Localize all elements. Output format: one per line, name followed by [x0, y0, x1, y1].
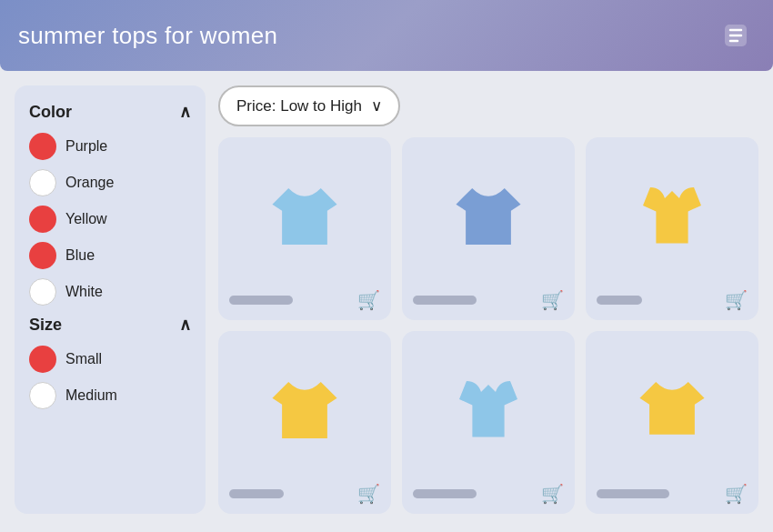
filter-size-medium[interactable]: Medium: [29, 382, 191, 409]
main-layout: Color ∧ Purple Orange Yellow Blue White …: [0, 71, 773, 528]
sidebar: Color ∧ Purple Orange Yellow Blue White …: [15, 85, 206, 514]
cart-icon-4[interactable]: 🛒: [357, 483, 380, 505]
cart-icon-3[interactable]: 🛒: [725, 289, 748, 311]
product-image-3: [597, 150, 748, 282]
size-chevron-up-icon[interactable]: ∧: [179, 315, 191, 335]
purple-label: Purple: [65, 138, 107, 155]
product-grid: 🛒 🛒: [218, 137, 758, 514]
size-filter-section: Size ∧: [29, 315, 191, 335]
filter-color-white[interactable]: White: [29, 278, 191, 306]
color-filter-section: Color ∧: [29, 102, 191, 122]
filter-size-small[interactable]: Small: [29, 346, 191, 373]
cart-icon-6[interactable]: 🛒: [725, 483, 748, 505]
price-bar-2: [413, 296, 477, 305]
cart-icon-2[interactable]: 🛒: [541, 289, 564, 311]
size-filter-title: Size: [29, 316, 62, 335]
price-bar-5: [413, 489, 477, 498]
product-card-2: 🛒: [402, 137, 575, 320]
product-card-4: 🛒: [218, 331, 391, 514]
price-bar-6: [597, 489, 669, 498]
orange-label: Orange: [65, 175, 114, 191]
content-area: Price: Low to High ∨ 🛒: [218, 85, 758, 514]
sort-dropdown[interactable]: Price: Low to High ∨: [218, 85, 400, 126]
product-image-6: [597, 344, 748, 476]
search-icon[interactable]: [717, 16, 755, 55]
product-card-6: 🛒: [586, 331, 758, 514]
filter-color-yellow[interactable]: Yellow: [29, 206, 191, 233]
blue-dot: [29, 242, 56, 269]
product-footer-1: 🛒: [229, 289, 380, 311]
sort-label: Price: Low to High: [236, 97, 362, 115]
product-card-1: 🛒: [218, 137, 391, 320]
product-card-3: 🛒: [586, 137, 758, 320]
price-bar-1: [229, 296, 293, 305]
product-footer-3: 🛒: [597, 289, 748, 311]
small-dot: [29, 346, 56, 373]
product-footer-6: 🛒: [597, 483, 748, 505]
filter-color-purple[interactable]: Purple: [29, 133, 191, 160]
cart-icon-1[interactable]: 🛒: [357, 289, 380, 311]
product-image-5: [413, 344, 564, 476]
filter-color-blue[interactable]: Blue: [29, 242, 191, 269]
price-bar-4: [229, 489, 284, 498]
product-card-5: 🛒: [402, 331, 575, 514]
orange-dot: [29, 169, 56, 196]
purple-dot: [29, 133, 56, 160]
product-image-4: [229, 344, 380, 476]
small-label: Small: [65, 351, 102, 367]
yellow-dot: [29, 206, 56, 233]
product-footer-5: 🛒: [413, 483, 564, 505]
blue-label: Blue: [65, 247, 95, 264]
search-query: summer tops for women: [18, 22, 277, 50]
white-label: White: [65, 284, 103, 300]
medium-label: Medium: [65, 387, 117, 404]
medium-dot: [29, 382, 56, 409]
yellow-label: Yellow: [65, 211, 107, 227]
white-dot: [29, 278, 56, 306]
cart-icon-5[interactable]: 🛒: [541, 483, 564, 505]
product-footer-2: 🛒: [413, 289, 564, 311]
product-image-2: [413, 150, 564, 282]
product-image-1: [229, 150, 380, 282]
color-chevron-up-icon[interactable]: ∧: [179, 102, 191, 122]
color-filter-title: Color: [29, 103, 72, 122]
search-bar: summer tops for women: [0, 0, 773, 71]
sort-chevron-icon: ∨: [371, 96, 382, 115]
price-bar-3: [597, 296, 642, 305]
filter-color-orange[interactable]: Orange: [29, 169, 191, 196]
product-footer-4: 🛒: [229, 483, 380, 505]
